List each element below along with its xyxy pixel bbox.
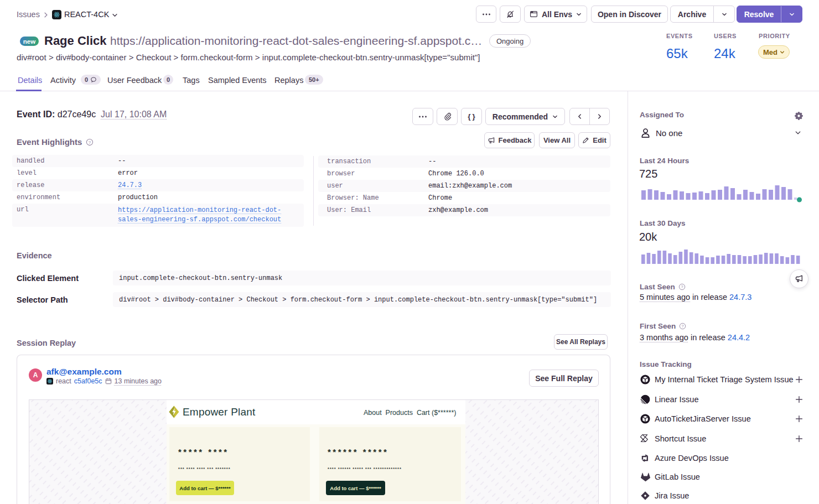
svg-text:?: ? xyxy=(89,139,91,144)
svg-text:?: ? xyxy=(682,324,684,329)
svg-text:?: ? xyxy=(681,284,683,289)
